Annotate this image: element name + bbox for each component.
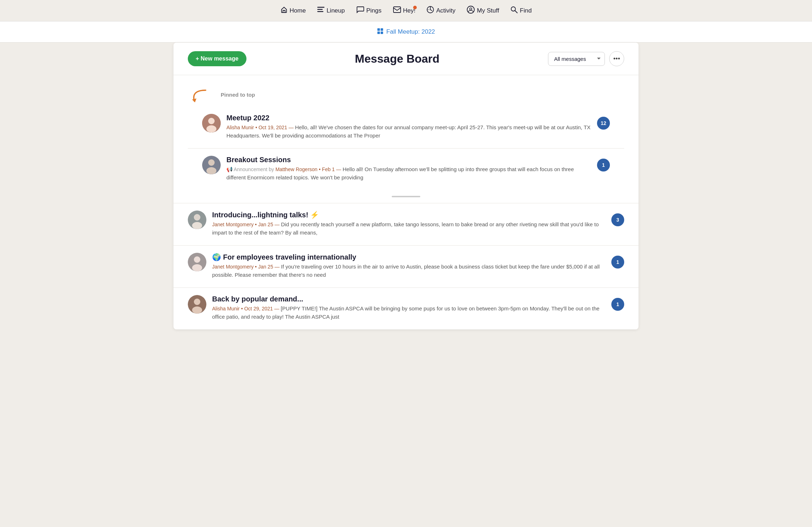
message-separator: • — [255, 125, 259, 130]
pinned-label: Pinned to top — [188, 84, 624, 105]
svg-point-26 — [192, 264, 202, 271]
svg-rect-12 — [381, 32, 383, 34]
message-content: Back by popular demand... Alisha Munir •… — [212, 295, 606, 322]
message-title: Back by popular demand... — [212, 295, 606, 303]
message-author: Alisha Munir — [212, 306, 240, 311]
message-content: Introducing...lightning talks! ⚡ Janet M… — [212, 211, 606, 238]
message-content: 🌍 For employees traveling internationall… — [212, 253, 606, 280]
message-board-container: + New message Message Board All messages… — [173, 43, 639, 329]
message-list: Pinned to top Meetup 2022 Alisha Munir • — [173, 75, 639, 329]
reply-count-badge: 12 — [597, 117, 610, 130]
svg-rect-2 — [317, 11, 323, 12]
message-date: Oct 29, 2021 — [244, 306, 273, 311]
message-separator: • — [255, 264, 258, 270]
message-date: Jan 25 — [258, 222, 273, 227]
nav-pings[interactable]: Pings — [356, 6, 382, 15]
nav-lineup[interactable]: Lineup — [317, 7, 345, 14]
board-header: + New message Message Board All messages… — [173, 43, 639, 75]
nav-pings-label: Pings — [366, 7, 382, 14]
nav-find[interactable]: Find — [510, 6, 532, 15]
project-header: Fall Meetup: 2022 — [0, 21, 812, 43]
svg-rect-0 — [317, 7, 324, 8]
home-icon — [280, 6, 288, 15]
board-title: Message Board — [246, 52, 548, 66]
nav-home[interactable]: Home — [280, 6, 306, 15]
pinned-to-top-label: Pinned to top — [221, 92, 255, 98]
svg-point-29 — [192, 306, 202, 314]
svg-rect-11 — [377, 32, 380, 34]
message-meta: Janet Montgomery • Jan 25 — Did you rece… — [212, 221, 606, 237]
avatar — [202, 156, 221, 174]
message-meta: Janet Montgomery • Jan 25 — If you're tr… — [212, 263, 606, 279]
announcement-icon: 📢 — [226, 166, 234, 172]
message-item[interactable]: 🌍 For employees traveling internationall… — [173, 245, 639, 287]
message-meta: Alisha Munir • Oct 19, 2021 — Hello, all… — [226, 124, 591, 140]
svg-point-16 — [206, 125, 216, 132]
message-dash: — — [274, 306, 281, 311]
announcement-prefix: Announcement by — [234, 166, 275, 172]
nav-activity[interactable]: Activity — [427, 6, 455, 15]
message-item[interactable]: Breakout Sessions 📢 Announcement by Matt… — [188, 148, 624, 190]
message-item[interactable]: Back by popular demand... Alisha Munir •… — [173, 287, 639, 329]
message-author: Matthew Rogerson — [275, 166, 318, 172]
nav-lineup-label: Lineup — [327, 7, 345, 14]
message-author: Janet Montgomery — [212, 264, 254, 270]
message-meta: Alisha Munir • Oct 29, 2021 — [PUPPY TIM… — [212, 305, 606, 321]
avatar — [188, 253, 206, 271]
message-meta: 📢 Announcement by Matthew Rogerson • Feb… — [226, 165, 591, 182]
avatar-person-icon — [202, 156, 221, 174]
message-date: Jan 25 — [258, 264, 273, 270]
svg-rect-3 — [393, 7, 401, 13]
message-dash: — — [289, 125, 295, 130]
nav-find-label: Find — [520, 7, 532, 14]
project-link[interactable]: Fall Meetup: 2022 — [386, 28, 435, 35]
svg-rect-10 — [381, 28, 383, 31]
svg-marker-13 — [192, 98, 196, 102]
reply-count-badge: 3 — [611, 213, 624, 226]
svg-point-23 — [194, 214, 200, 220]
more-dots-icon: ••• — [613, 55, 620, 63]
message-content: Meetup 2022 Alisha Munir • Oct 19, 2021 … — [226, 114, 591, 141]
message-dash: — — [275, 264, 281, 270]
svg-point-15 — [208, 118, 215, 124]
svg-point-19 — [206, 167, 216, 174]
pinned-section: Pinned to top Meetup 2022 Alisha Munir • — [173, 75, 639, 190]
message-separator: • — [241, 306, 244, 311]
message-author: Alisha Munir — [226, 125, 254, 130]
message-item[interactable]: Meetup 2022 Alisha Munir • Oct 19, 2021 … — [188, 111, 624, 148]
svg-point-25 — [194, 256, 200, 263]
filter-select[interactable]: All messages Announcements My messages — [548, 52, 605, 66]
message-dash: — — [275, 222, 281, 227]
nav-mystuff-label: My Stuff — [477, 7, 499, 14]
nav-mystuff[interactable]: My Stuff — [467, 6, 499, 15]
divider-line — [392, 196, 420, 197]
message-date: Feb 1 — [322, 166, 335, 172]
board-controls: All messages Announcements My messages •… — [548, 51, 624, 66]
new-message-button[interactable]: + New message — [188, 51, 246, 66]
svg-point-28 — [194, 299, 200, 305]
svg-point-6 — [470, 8, 472, 10]
avatar-person-icon — [188, 295, 206, 314]
nav-activity-label: Activity — [436, 7, 455, 14]
svg-line-8 — [515, 11, 517, 13]
pin-arrow-icon — [188, 87, 209, 108]
message-title: 🌍 For employees traveling internationall… — [212, 253, 606, 261]
message-content: Breakout Sessions 📢 Announcement by Matt… — [226, 156, 591, 183]
avatar — [202, 114, 221, 132]
activity-icon — [427, 6, 434, 15]
nav-hey[interactable]: Hey! — [393, 6, 416, 15]
reply-count-badge: 1 — [611, 256, 624, 269]
section-divider — [173, 190, 639, 203]
find-icon — [510, 6, 518, 15]
lineup-icon — [317, 7, 324, 14]
avatar-person-icon — [188, 253, 206, 271]
more-options-button[interactable]: ••• — [609, 51, 624, 66]
pings-icon — [356, 6, 364, 15]
message-separator: • — [319, 166, 322, 172]
hey-icon — [393, 6, 401, 15]
message-item[interactable]: Introducing...lightning talks! ⚡ Janet M… — [173, 203, 639, 245]
svg-point-22 — [192, 222, 202, 229]
reply-count-badge: 1 — [597, 159, 610, 171]
message-date: Oct 19, 2021 — [259, 125, 287, 130]
avatar-person-icon — [188, 211, 206, 229]
